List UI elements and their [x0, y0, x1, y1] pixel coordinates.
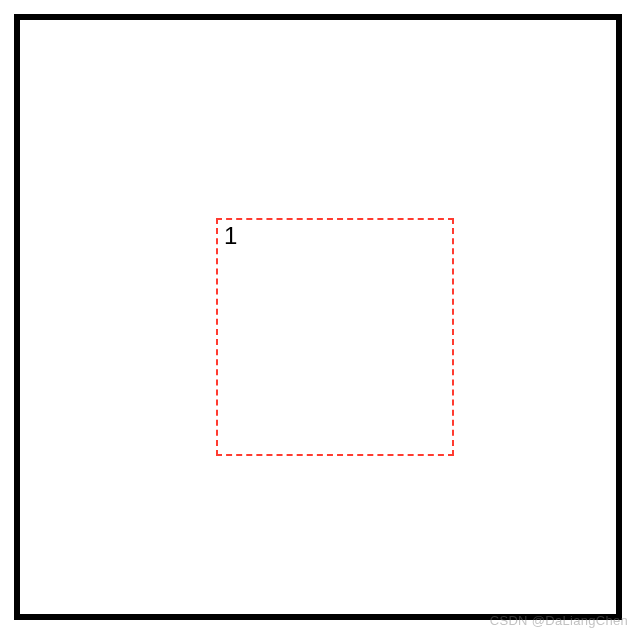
box-label: 1 [224, 222, 237, 250]
inner-dashed-box: 1 [216, 218, 454, 456]
watermark-text: CSDN @DaLiangChen [490, 613, 628, 628]
outer-container-box: 1 [14, 14, 622, 620]
